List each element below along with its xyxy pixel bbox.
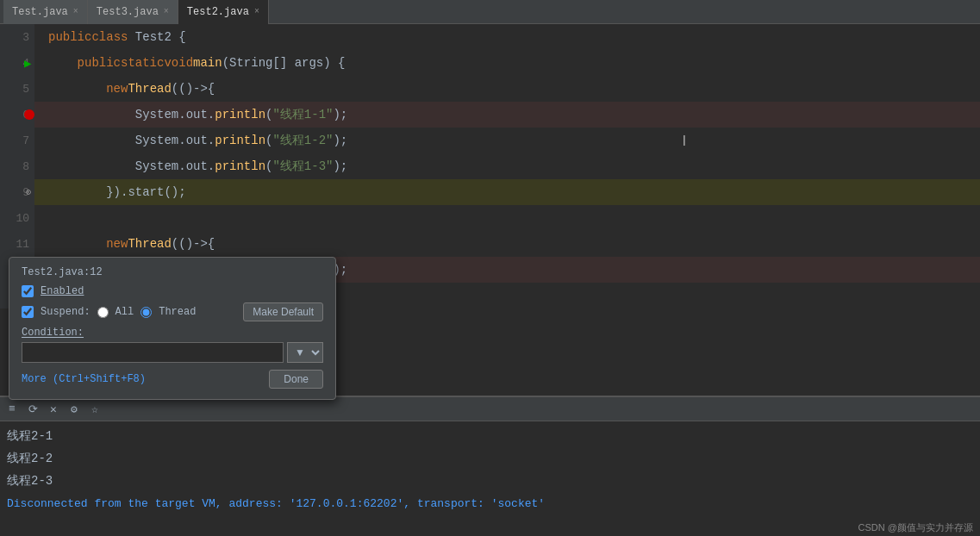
console-content: 线程2-1 线程2-2 线程2-3 Disconnected from the … (0, 421, 980, 518)
console-line-2: 线程2-2 (7, 447, 973, 470)
code-line-11: 11 new Thread(()->{ (0, 231, 980, 257)
code-content-3[interactable]: public class Test2 { (34, 24, 980, 50)
console-line-4: Disconnected from the target VM, address… (7, 492, 973, 514)
console-line-3: 线程2-3 (7, 470, 973, 492)
gutter-10: 10 (0, 205, 34, 231)
make-default-button[interactable]: Make Default (243, 302, 323, 321)
tab-test3-label: Test3.java (97, 6, 159, 18)
gutter-8: 8 (0, 153, 34, 179)
gutter-11: 11 (0, 231, 34, 257)
suspend-label: Suspend: (41, 306, 91, 318)
more-link[interactable]: More (Ctrl+Shift+F8) (22, 373, 146, 385)
console-icon-5[interactable]: ☆ (86, 401, 103, 418)
enabled-checkbox[interactable] (22, 285, 34, 297)
gutter-6: 6 (0, 102, 34, 128)
condition-input[interactable] (22, 342, 284, 363)
code-line-7: 7 System.out.println("线程1-2"); | (0, 128, 980, 153)
suspend-thread-radio[interactable] (140, 307, 152, 318)
tab-test2[interactable]: Test2.java × (178, 0, 269, 24)
console-icon-4[interactable]: ⚙ (66, 401, 83, 418)
gutter-4: 4 ▶ (0, 50, 34, 76)
console-text-1: 线程2-1 (7, 428, 53, 444)
tab-test3-close[interactable]: × (164, 7, 169, 16)
code-content-9[interactable]: }).start(); (34, 179, 980, 205)
suspend-all-radio[interactable] (97, 307, 109, 318)
tab-test2-close[interactable]: × (254, 7, 259, 16)
code-line-8: 8 System.out.println("线程1-3"); (0, 153, 980, 179)
code-line-4: 4 ▶ public static void main(String[] arg… (0, 50, 980, 76)
line-num-5: 5 (22, 83, 29, 96)
line-num-3: 3 (22, 31, 29, 44)
run-arrow-icon: ▶ (24, 56, 31, 71)
code-content-11[interactable]: new Thread(()->{ (34, 231, 980, 257)
console-toolbar: ≡ ⟳ ✕ ⚙ ☆ (0, 397, 980, 421)
popup-footer: More (Ctrl+Shift+F8) Done (22, 370, 323, 389)
all-label: All (115, 306, 134, 318)
tab-test2-label: Test2.java (187, 6, 249, 18)
tab-test[interactable]: Test.java × (3, 0, 88, 24)
code-content-8[interactable]: System.out.println("线程1-3"); (34, 153, 980, 179)
code-line-6: 6 System.out.println("线程1-1"); (0, 102, 980, 128)
condition-input-row: ▼ (22, 342, 323, 363)
gutter-7: 7 (0, 128, 34, 153)
code-line-9: 9 ⊙ }).start(); (0, 179, 980, 205)
code-content-7[interactable]: System.out.println("线程1-2"); | (34, 128, 980, 153)
code-line-5: 5 new Thread(()->{ (0, 76, 980, 102)
console-icon-2[interactable]: ⟳ (24, 401, 41, 418)
condition-dropdown[interactable]: ▼ (287, 342, 323, 363)
code-content-4[interactable]: public static void main(String[] args) { (34, 50, 980, 76)
console-text-3: 线程2-3 (7, 473, 53, 489)
console-icon-3[interactable]: ✕ (45, 401, 62, 418)
console-line-1: 线程2-1 (7, 425, 973, 447)
code-content-6[interactable]: System.out.println("线程1-1"); (34, 102, 980, 128)
popup-enabled-row: Enabled (22, 285, 323, 297)
suspend-icon-9: ⊙ (26, 187, 31, 197)
text-cursor-marker: | (681, 128, 688, 153)
suspend-checkbox[interactable] (22, 306, 34, 318)
watermark: CSDN @颜值与实力并存源 (858, 521, 973, 534)
line-num-8: 8 (22, 160, 29, 173)
line-num-7: 7 (22, 134, 29, 147)
code-line-10: 10 (0, 205, 980, 231)
console-text-4: Disconnected from the target VM, address… (7, 497, 545, 510)
tab-bar: Test.java × Test3.java × Test2.java × (0, 0, 980, 24)
code-line-3: 3 public class Test2 { (0, 24, 980, 50)
breakpoint-dot-6[interactable] (24, 109, 34, 120)
console-icon-1[interactable]: ≡ (3, 401, 21, 418)
popup-title: Test2.java:12 (22, 266, 323, 278)
gutter-5: 5 (0, 76, 34, 102)
tab-test3[interactable]: Test3.java × (88, 0, 178, 24)
breakpoint-popup: Test2.java:12 Enabled Suspend: All Threa… (9, 257, 336, 400)
tab-test-close[interactable]: × (73, 7, 78, 16)
popup-suspend-row: Suspend: All Thread Make Default (22, 302, 323, 321)
condition-label: Condition: (22, 327, 323, 339)
tab-test-label: Test.java (12, 6, 68, 18)
thread-label: Thread (159, 306, 196, 318)
gutter-9: 9 ⊙ (0, 179, 34, 205)
done-button[interactable]: Done (269, 370, 323, 389)
code-content-5[interactable]: new Thread(()->{ (34, 76, 980, 102)
console-area: ≡ ⟳ ✕ ⚙ ☆ 线程2-1 线程2-2 线程2-3 Disconnected… (0, 396, 980, 536)
line-num-11: 11 (16, 238, 29, 251)
enabled-label: Enabled (41, 285, 84, 297)
line-num-10: 10 (16, 212, 29, 225)
gutter-3: 3 (0, 24, 34, 50)
console-text-2: 线程2-2 (7, 451, 53, 466)
